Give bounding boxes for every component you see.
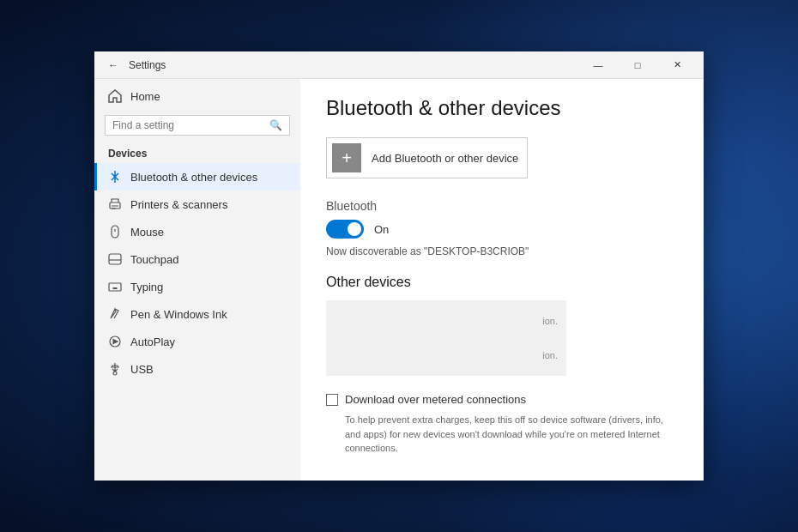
svg-rect-3 xyxy=(109,254,121,264)
sidebar-item-typing-label: Typing xyxy=(130,281,163,293)
sidebar-item-autoplay[interactable]: AutoPlay xyxy=(94,328,300,355)
sidebar-item-mouse[interactable]: Mouse xyxy=(94,218,300,245)
sidebar-item-usb[interactable]: USB xyxy=(94,355,300,383)
device-placeholder-text2: ion. xyxy=(542,350,558,360)
sidebar-item-home[interactable]: Home xyxy=(94,82,300,110)
sidebar-section-devices: Devices xyxy=(94,141,300,163)
sidebar-item-pen-label: Pen & Windows Ink xyxy=(130,308,227,321)
window-body: Home 🔍 Devices Bluetooth & other devices xyxy=(94,79,704,481)
sidebar-item-printers-label: Printers & scanners xyxy=(130,198,227,211)
touchpad-icon xyxy=(108,252,122,266)
sidebar-item-usb-label: USB xyxy=(130,363,154,376)
close-button[interactable]: ✕ xyxy=(657,51,697,79)
maximize-button[interactable]: □ xyxy=(618,51,657,79)
pen-icon xyxy=(108,307,122,321)
svg-rect-5 xyxy=(109,283,121,291)
window-controls: — □ ✕ xyxy=(578,51,697,79)
autoplay-icon xyxy=(108,335,122,348)
sidebar-item-printers[interactable]: Printers & scanners xyxy=(94,190,300,218)
toggle-knob xyxy=(348,222,361,236)
add-device-button[interactable]: + Add Bluetooth or other device xyxy=(326,137,528,178)
download-metered-row: Download over metered connections xyxy=(326,393,678,406)
page-title: Bluetooth & other devices xyxy=(326,96,678,120)
discoverable-text: Now discoverable as "DESKTOP-B3CRIOB" xyxy=(326,245,678,257)
sidebar-item-autoplay-label: AutoPlay xyxy=(130,336,175,348)
sidebar-item-pen[interactable]: Pen & Windows Ink xyxy=(94,300,300,328)
download-metered-help-text: To help prevent extra charges, keep this… xyxy=(326,413,678,456)
printer-icon xyxy=(108,197,122,211)
window-title: Settings xyxy=(125,59,578,71)
sidebar-item-mouse-label: Mouse xyxy=(130,226,164,239)
keyboard-icon xyxy=(108,280,122,293)
download-metered-label: Download over metered connections xyxy=(345,393,526,406)
add-device-label: Add Bluetooth or other device xyxy=(372,152,518,165)
bluetooth-toggle[interactable] xyxy=(326,220,364,239)
other-devices-title: Other devices xyxy=(326,275,678,290)
search-input[interactable] xyxy=(112,119,264,131)
sidebar-item-touchpad-label: Touchpad xyxy=(130,253,178,266)
device-list-placeholder: ion. ion. xyxy=(326,300,566,376)
home-icon xyxy=(108,89,122,103)
search-box[interactable]: 🔍 xyxy=(105,115,290,136)
back-button[interactable]: ← xyxy=(101,53,125,77)
main-content: Bluetooth & other devices + Add Bluetoot… xyxy=(300,79,704,481)
minimize-button[interactable]: — xyxy=(578,51,618,79)
usb-icon xyxy=(108,362,122,376)
bluetooth-toggle-label: On xyxy=(374,223,389,236)
sidebar-item-typing[interactable]: Typing xyxy=(94,273,300,300)
title-bar: ← Settings — □ ✕ xyxy=(94,51,704,79)
sidebar-item-bluetooth-label: Bluetooth & other devices xyxy=(130,171,257,184)
add-device-plus-icon: + xyxy=(332,143,361,172)
bluetooth-icon xyxy=(108,170,122,184)
settings-window: ← Settings — □ ✕ Home 🔍 Devices xyxy=(94,51,704,481)
mouse-icon xyxy=(108,225,122,239)
bluetooth-toggle-row: On xyxy=(326,220,678,239)
sidebar-item-touchpad[interactable]: Touchpad xyxy=(94,245,300,273)
search-icon: 🔍 xyxy=(269,119,282,131)
home-label: Home xyxy=(130,90,160,103)
sidebar-item-bluetooth[interactable]: Bluetooth & other devices xyxy=(94,163,300,190)
device-placeholder-text1: ion. xyxy=(542,316,558,326)
sidebar: Home 🔍 Devices Bluetooth & other devices xyxy=(94,79,300,481)
bluetooth-section-title: Bluetooth xyxy=(326,199,678,213)
download-metered-checkbox[interactable] xyxy=(326,394,338,406)
